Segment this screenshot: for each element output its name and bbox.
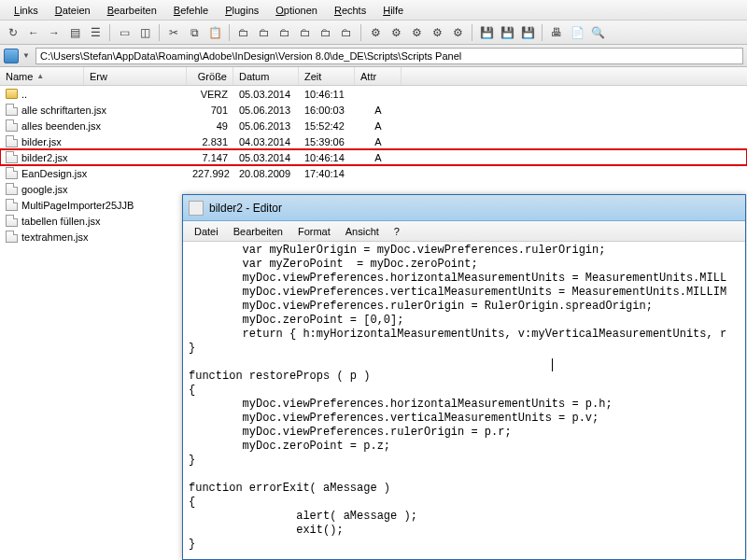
file-name-label: google.jsx [21,184,68,195]
menu-hilfe[interactable]: Hilfe [374,3,412,18]
file-date-cell: 05.03.2014 [233,89,299,100]
editor-menu-help[interactable]: ? [387,224,407,239]
list-icon[interactable]: ▤ [65,23,84,42]
file-name-label: .. [21,89,27,100]
menu-bearbeiten[interactable]: Bearbeiten [99,3,165,18]
forward-icon[interactable]: → [45,23,63,42]
col-zeit[interactable]: Zeit [299,67,355,85]
file-icon [6,215,18,227]
file-name-cell: alle schriftarten.jsx [0,104,187,116]
file-icon [6,183,18,195]
tree-icon[interactable]: ☰ [86,23,105,42]
file-attr-cell: A [355,105,402,116]
archive5-icon[interactable]: 🗀 [317,23,335,42]
col-erw[interactable]: Erw [84,67,187,85]
editor-menu-ansicht[interactable]: Ansicht [338,224,387,239]
file-name-label: alle schriftarten.jsx [21,105,106,116]
drive-dropdown-icon[interactable]: ▼ [22,51,32,60]
file-name-label: alles beenden.jsx [21,120,101,132]
file-attr-cell: A [355,120,402,132]
copy-icon[interactable]: ⧉ [185,23,204,42]
col-grosse[interactable]: Größe [187,67,233,85]
file-name-cell: google.jsx [0,183,187,195]
disk3-icon[interactable]: 💾 [518,23,537,42]
editor-menu-format[interactable]: Format [290,224,338,239]
updir-icon [6,89,18,99]
archive3-icon[interactable]: 🗀 [275,23,294,42]
archive6-icon[interactable]: 🗀 [337,23,356,42]
editor-title: bilder2 - Editor [209,202,282,215]
tool2-icon[interactable]: ⚙ [387,23,405,42]
file-icon [6,199,18,211]
file-date-cell: 05.06.2013 [233,105,299,116]
editor-app-icon [189,201,204,216]
back-icon[interactable]: ← [24,23,43,42]
invert-icon[interactable]: ◫ [135,23,154,42]
menu-optionen[interactable]: Optionen [267,3,326,18]
file-time-cell: 17:40:14 [299,168,355,179]
file-attr-cell: A [355,152,402,163]
tool4-icon[interactable]: ⚙ [428,23,446,42]
file-icon [6,231,18,243]
tool3-icon[interactable]: ⚙ [407,23,426,42]
cut-icon[interactable]: ✂ [164,23,183,42]
menu-dateien[interactable]: Dateien [47,3,99,18]
file-date-cell: 20.08.2009 [233,168,299,179]
file-row[interactable]: bilder2.jsx7.14705.03.201410:46:14A [0,149,747,165]
file-list-header: Name▲ Erw Größe Datum Zeit Attr [0,67,747,86]
file-attr-cell: A [355,136,402,147]
file-time-cell: 10:46:14 [299,152,355,163]
editor-text-area[interactable]: var myRulerOrigin = myDoc.viewPreference… [183,242,745,559]
editor-menu-datei[interactable]: Datei [187,224,226,239]
file-time-cell: 15:52:42 [299,120,355,132]
select-icon[interactable]: ▭ [115,23,134,42]
editor-menu-bearbeiten[interactable]: Bearbeiten [226,224,290,239]
file-name-cell: bilder.jsx [0,135,187,147]
editor-menubar: Datei Bearbeiten Format Ansicht ? [183,221,745,242]
file-date-cell: 05.06.2013 [233,120,299,132]
disk1-icon[interactable]: 💾 [477,23,496,42]
archive1-icon[interactable]: 🗀 [234,23,253,42]
search-icon[interactable]: 🔍 [588,23,607,42]
reload-icon[interactable]: ↻ [4,23,22,42]
file-row[interactable]: EanDesign.jsx227.99220.08.200917:40:14 [0,165,747,181]
menu-befehle[interactable]: Befehle [165,3,217,18]
col-name[interactable]: Name▲ [0,67,84,85]
editor-titlebar[interactable]: bilder2 - Editor [183,195,745,221]
archive2-icon[interactable]: 🗀 [255,23,274,42]
file-name-label: EanDesign.jsx [21,168,87,179]
notes-icon[interactable]: 📄 [568,23,586,42]
file-icon [6,151,18,163]
file-row[interactable]: alle schriftarten.jsx70105.06.201316:00:… [0,102,747,118]
tool5-icon[interactable]: ⚙ [448,23,467,42]
main-toolbar: ↻ ← → ▤ ☰ ▭ ◫ ✂ ⧉ 📋 🗀 🗀 🗀 🗀 🗀 🗀 ⚙ ⚙ ⚙ ⚙ … [0,21,747,45]
file-name-label: bilder.jsx [21,136,62,147]
col-attr[interactable]: Attr [355,67,402,85]
menu-plugins[interactable]: Plugins [217,3,267,18]
file-size-cell: 7.147 [187,152,233,163]
file-size-cell: 49 [187,120,233,132]
tool1-icon[interactable]: ⚙ [366,23,385,42]
file-size-cell: 2.831 [187,136,233,147]
disk2-icon[interactable]: 💾 [498,23,516,42]
menu-links[interactable]: Links [6,3,47,18]
file-row[interactable]: ..VERZ05.03.201410:46:11 [0,86,747,102]
paste-icon[interactable]: 📋 [205,23,224,42]
file-icon [6,104,18,116]
print-icon[interactable]: 🖶 [547,23,566,42]
menu-rechts[interactable]: Rechts [326,3,374,18]
drive-icon[interactable] [4,49,19,63]
file-size-cell: 227.992 [187,168,233,179]
file-date-cell: 04.03.2014 [233,136,299,147]
file-name-label: tabellen füllen.jsx [21,216,100,227]
col-datum[interactable]: Datum [233,67,299,85]
file-row[interactable]: alles beenden.jsx4905.06.201315:52:42A [0,118,747,133]
main-menubar: Links Dateien Bearbeiten Befehle Plugins… [0,0,747,21]
editor-window: bilder2 - Editor Datei Bearbeiten Format… [182,194,746,560]
archive4-icon[interactable]: 🗀 [296,23,315,42]
file-row[interactable]: bilder.jsx2.83104.03.201415:39:06A [0,133,747,149]
file-name-cell: .. [0,89,187,100]
file-size-cell: 701 [187,105,233,116]
file-icon [6,119,18,132]
path-field[interactable]: C:\Users\Stefan\AppData\Roaming\Adobe\In… [35,48,743,64]
